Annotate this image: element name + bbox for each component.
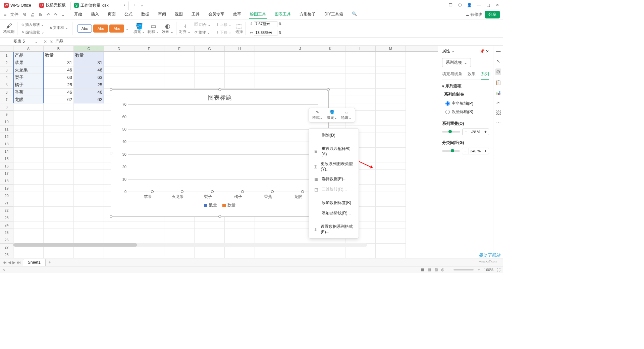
resize-handle[interactable] xyxy=(327,88,330,91)
share-button[interactable]: 分享 xyxy=(485,11,500,18)
cell[interactable] xyxy=(255,251,285,258)
cell[interactable] xyxy=(44,140,74,148)
cell[interactable]: 苹果 xyxy=(13,59,44,66)
cell[interactable]: 31 xyxy=(44,59,74,66)
cell[interactable]: 橘子 xyxy=(13,81,44,89)
cell[interactable] xyxy=(13,177,44,185)
cell[interactable] xyxy=(376,81,406,89)
cell[interactable] xyxy=(164,66,195,74)
cell[interactable] xyxy=(376,148,406,155)
cell[interactable] xyxy=(315,52,345,59)
modified-indicator[interactable]: ☁有修改 xyxy=(465,12,482,17)
menu-add-trendline[interactable]: 添加趋势线(R)... xyxy=(309,208,359,218)
text-box-button[interactable]: A文本框⌄ xyxy=(48,24,69,31)
col-header[interactable]: E xyxy=(134,46,164,51)
cell[interactable] xyxy=(74,170,104,177)
cell[interactable] xyxy=(345,66,376,74)
cell[interactable] xyxy=(164,59,195,66)
properties-icon[interactable]: ⚙ xyxy=(495,68,501,75)
zoom-slider[interactable] xyxy=(453,269,474,270)
col-header[interactable]: B xyxy=(44,46,74,51)
cell[interactable] xyxy=(376,103,406,111)
cell[interactable] xyxy=(13,133,44,140)
cell[interactable] xyxy=(376,170,406,177)
row-header[interactable]: 26 xyxy=(0,236,13,244)
row-header[interactable]: 2 xyxy=(0,59,13,66)
close-panel-icon[interactable]: ✕ xyxy=(486,49,489,54)
gap-slider[interactable] xyxy=(442,150,460,152)
height-input[interactable] xyxy=(254,21,277,27)
cell[interactable] xyxy=(44,126,74,133)
cell[interactable]: 25 xyxy=(44,81,74,89)
col-header[interactable]: J xyxy=(285,46,315,51)
print-icon[interactable]: 🖨 xyxy=(30,12,35,18)
row-header[interactable]: 13 xyxy=(0,140,13,148)
cell[interactable] xyxy=(376,59,406,66)
tab-formula[interactable]: 公式 xyxy=(124,10,133,19)
col-header[interactable]: I xyxy=(255,46,285,51)
chevron-down-icon[interactable]: ⌄ xyxy=(35,39,40,44)
cell[interactable] xyxy=(74,103,104,111)
overlap-spinner[interactable]: −-28 %+ xyxy=(462,129,489,135)
cell[interactable] xyxy=(345,89,376,96)
cell[interactable] xyxy=(285,74,315,81)
horizontal-scrollbar[interactable] xyxy=(13,243,367,247)
row-header[interactable]: 23 xyxy=(0,214,13,221)
cell[interactable] xyxy=(13,199,44,207)
row-header[interactable]: 12 xyxy=(0,133,13,140)
cell[interactable] xyxy=(13,111,44,118)
cell[interactable]: 火龙果 xyxy=(13,66,44,74)
cell[interactable] xyxy=(225,74,255,81)
send-backward-button[interactable]: ⬇下移⌄ xyxy=(215,29,233,36)
view-normal-icon[interactable]: ▦ xyxy=(421,267,424,272)
cell[interactable] xyxy=(13,221,44,229)
cell[interactable] xyxy=(13,185,44,192)
cell[interactable]: 46 xyxy=(44,89,74,96)
tab-insert[interactable]: 插入 xyxy=(90,10,100,19)
style-gallery-expand[interactable]: ⌄ xyxy=(125,26,129,31)
cell[interactable] xyxy=(225,221,255,229)
cell[interactable] xyxy=(13,229,44,236)
cell[interactable] xyxy=(104,59,134,66)
row-header[interactable]: 27 xyxy=(0,244,13,251)
file-menu[interactable]: 文件 xyxy=(10,11,19,18)
cell[interactable] xyxy=(104,81,134,89)
cell[interactable] xyxy=(134,221,164,229)
name-box[interactable]: 图表 5 ⌄ xyxy=(0,38,40,45)
tab-data[interactable]: 数据 xyxy=(141,10,150,19)
gap-spinner[interactable]: −246 %+ xyxy=(462,148,489,154)
tab-diy-toolbox[interactable]: DIY工具箱 xyxy=(324,10,344,19)
row-header[interactable]: 20 xyxy=(0,192,13,199)
chart-object[interactable]: 图表标题 010203040506070苹果火龙果梨子橘子香蕉龙眼 数量数量 xyxy=(111,89,329,217)
sheet-nav-last[interactable]: ⏭ xyxy=(17,260,21,265)
cell[interactable]: 31 xyxy=(74,59,104,66)
sheet-nav-first[interactable]: ⏮ xyxy=(3,260,7,265)
menu-format-series[interactable]: ◫设置数据系列格式(F)... xyxy=(309,221,359,237)
cell[interactable] xyxy=(13,192,44,199)
cell[interactable] xyxy=(345,81,376,89)
col-header[interactable]: D xyxy=(104,46,134,51)
cell[interactable] xyxy=(376,111,406,118)
panel-tab-effect[interactable]: 效果 xyxy=(468,71,476,80)
cell[interactable] xyxy=(164,81,195,89)
chart-plot-area[interactable]: 010203040506070苹果火龙果梨子橘子香蕉龙眼 xyxy=(128,104,318,192)
row-header[interactable]: 21 xyxy=(0,199,13,207)
col-header[interactable]: A xyxy=(13,46,44,51)
cell[interactable] xyxy=(164,52,195,59)
insert-shape-button[interactable]: ◇插入形状⌄ xyxy=(20,21,46,28)
cell[interactable] xyxy=(195,81,225,89)
tab-efficiency[interactable]: 效率 xyxy=(232,10,242,19)
cell[interactable] xyxy=(376,229,406,236)
search-icon[interactable]: 🔍 xyxy=(351,10,358,19)
row-header[interactable]: 7 xyxy=(0,96,13,103)
row-header[interactable]: 11 xyxy=(0,126,13,133)
menu-select-data[interactable]: ▦选择数据(E)... xyxy=(309,174,359,184)
cell[interactable] xyxy=(225,251,255,258)
redo-icon[interactable]: ↷ xyxy=(53,12,58,18)
select-all-corner[interactable] xyxy=(0,46,13,51)
sheet-nav-prev[interactable]: ◀ xyxy=(8,260,11,265)
row-header[interactable]: 5 xyxy=(0,81,13,89)
cell[interactable] xyxy=(255,81,285,89)
mini-fill-button[interactable]: 🪣填充⌄ xyxy=(327,110,337,120)
cell[interactable] xyxy=(195,66,225,74)
